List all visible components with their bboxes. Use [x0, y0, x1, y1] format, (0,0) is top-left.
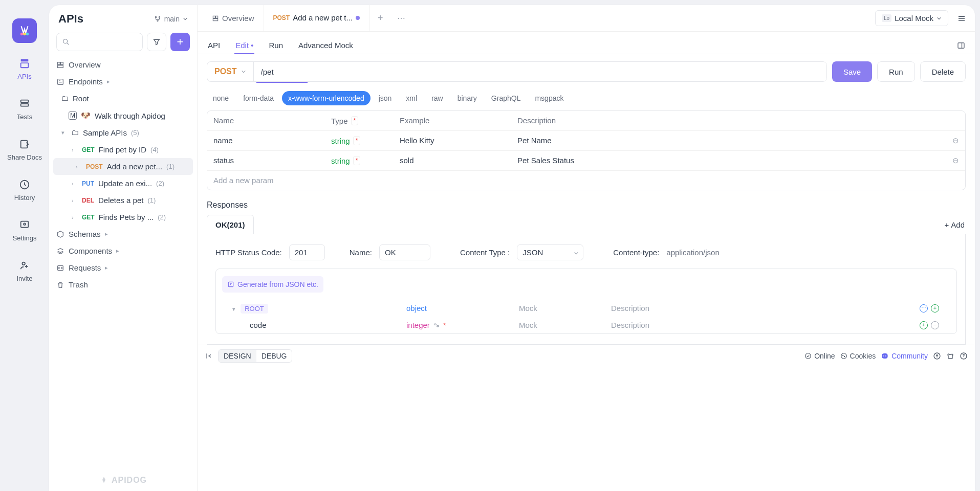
method-value: POST	[214, 67, 237, 76]
subtab-edit[interactable]: Edit •	[234, 37, 254, 54]
branch-icon	[154, 15, 161, 23]
body-xml[interactable]: xml	[400, 91, 423, 105]
body-none[interactable]: none	[207, 91, 235, 105]
schema-code-row[interactable]: code integer * Mock Description + −	[222, 317, 950, 333]
rail-invite[interactable]: Invite	[0, 255, 49, 285]
param-row[interactable]: status string* sold Pet Sales Status ⊖	[207, 151, 965, 171]
subtab-run[interactable]: Run	[268, 37, 284, 54]
body-url[interactable]: x-www-form-urlencoded	[282, 91, 371, 105]
body-form[interactable]: form-data	[237, 91, 280, 105]
tree-sample-apis[interactable]: ▾ Sample APIs (5)	[49, 124, 197, 141]
branch-selector[interactable]: main	[154, 15, 188, 23]
schema-root-row[interactable]: ▾ ROOT object Mock Description ⋯ +	[222, 300, 950, 317]
response-tab[interactable]: OK(201)	[207, 215, 254, 234]
tree-components[interactable]: Components ▸	[49, 242, 197, 259]
tree-schemas[interactable]: Schemas ▸	[49, 226, 197, 242]
body-graphql[interactable]: GraphQL	[485, 91, 527, 105]
add-response[interactable]: + Add	[945, 220, 965, 229]
generate-json[interactable]: Generate from JSON etc.	[222, 276, 323, 293]
name-input[interactable]: OK	[379, 244, 430, 260]
url-input[interactable]	[254, 62, 826, 81]
add-icon[interactable]: +	[920, 321, 928, 329]
rail-share[interactable]: Share Docs	[0, 134, 49, 164]
help-icon	[960, 352, 968, 360]
brand-footer: APIDOG	[49, 466, 197, 491]
method-post-label: POST	[86, 163, 103, 170]
rail-apis[interactable]: APIs	[0, 53, 49, 83]
save-button[interactable]: Save	[832, 61, 872, 82]
response-meta: HTTP Status Code: 201 Name: OK Content T…	[215, 244, 957, 260]
tab-add-pet[interactable]: POST Add a new pet t...	[264, 5, 369, 31]
tree-endpoints[interactable]: Endpoints ▸	[49, 73, 197, 90]
endpoint-count: (4)	[150, 146, 159, 153]
svg-rect-16	[58, 62, 60, 64]
tree-requests[interactable]: Requests ▸	[49, 259, 197, 276]
collapse-left[interactable]	[205, 352, 213, 360]
body-raw[interactable]: raw	[425, 91, 449, 105]
run-button[interactable]: Run	[877, 61, 915, 82]
remove-row[interactable]: ⊖	[944, 136, 959, 145]
tree-overview[interactable]: Overview	[49, 56, 197, 73]
tab-add[interactable]: +	[369, 13, 391, 24]
filter-button[interactable]	[147, 33, 166, 51]
body-json[interactable]: json	[373, 91, 398, 105]
panel-toggle[interactable]	[956, 41, 966, 50]
tab-overview[interactable]: Overview	[203, 5, 264, 31]
svg-point-2	[26, 33, 29, 35]
foot-help[interactable]	[960, 352, 968, 360]
svg-rect-4	[21, 63, 29, 68]
endpoint-find[interactable]: › GET Find pet by ID (4)	[49, 141, 197, 158]
method-selector[interactable]: POST	[207, 62, 254, 81]
add-param[interactable]: Add a new param	[207, 171, 965, 190]
svg-rect-7	[21, 141, 28, 148]
folder-icon	[61, 95, 69, 102]
more-icon[interactable]: ⋯	[920, 304, 928, 313]
plus-icon: +	[177, 35, 184, 49]
tree-root[interactable]: Root	[49, 90, 197, 107]
minus-icon[interactable]: −	[931, 321, 939, 329]
body-binary[interactable]: binary	[451, 91, 483, 105]
status-input[interactable]: 201	[289, 244, 325, 260]
rail-settings[interactable]: Settings	[0, 215, 49, 245]
ct-select[interactable]: JSON	[517, 244, 583, 260]
subtab-mock[interactable]: Advanced Mock	[297, 37, 354, 54]
env-selector[interactable]: Lo Local Mock	[875, 10, 948, 26]
tree-trash[interactable]: Trash	[49, 276, 197, 293]
foot-bell[interactable]	[946, 352, 954, 360]
subtab-api[interactable]: API	[207, 37, 221, 54]
endpoint-find2[interactable]: › GET Finds Pets by ... (2)	[49, 209, 197, 226]
upload-icon	[933, 352, 941, 360]
search-input[interactable]	[56, 33, 143, 51]
tree-walkthrough[interactable]: M 🐶 Walk through Apidog	[49, 107, 197, 124]
mode-debug[interactable]: DEBUG	[256, 350, 292, 362]
endpoint-update[interactable]: › PUT Update an exi... (2)	[49, 175, 197, 192]
endpoint-delete[interactable]: › DEL Deletes a pet (1)	[49, 192, 197, 209]
mode-design[interactable]: DESIGN	[219, 350, 256, 362]
chevron-right-icon: ›	[72, 147, 78, 153]
schema-mock: Mock	[519, 321, 611, 329]
rail-tests[interactable]: Tests	[0, 94, 49, 124]
mode-toggle[interactable]: DESIGN DEBUG	[218, 349, 292, 363]
remove-row[interactable]: ⊖	[944, 156, 959, 165]
responses-title: Responses	[198, 190, 975, 215]
hamburger-button[interactable]	[953, 10, 970, 27]
tree-walkthrough-label: Walk through Apidog	[95, 111, 165, 120]
discord-icon	[881, 352, 889, 360]
tab-overview-label: Overview	[222, 14, 254, 23]
body-msgpack[interactable]: msgpack	[529, 91, 570, 105]
rail-history[interactable]: History	[0, 174, 49, 205]
response-box: HTTP Status Code: 201 Name: OK Content T…	[207, 234, 966, 345]
svg-rect-5	[21, 100, 29, 103]
endpoint-add[interactable]: › POST Add a new pet... (1)	[53, 158, 193, 175]
delete-button[interactable]: Delete	[920, 61, 966, 82]
svg-point-32	[883, 355, 884, 356]
add-button[interactable]: +	[170, 33, 190, 51]
foot-online[interactable]: Online	[804, 352, 835, 360]
tab-more[interactable]: ⋯	[391, 13, 411, 23]
add-icon[interactable]: +	[931, 304, 939, 313]
foot-cookies[interactable]: Cookies	[840, 352, 876, 360]
foot-upload[interactable]	[933, 352, 941, 360]
param-row[interactable]: name string* Hello Kitty Pet Name ⊖	[207, 131, 965, 151]
foot-community[interactable]: Community	[881, 352, 928, 360]
side-title: APIs	[58, 12, 83, 26]
